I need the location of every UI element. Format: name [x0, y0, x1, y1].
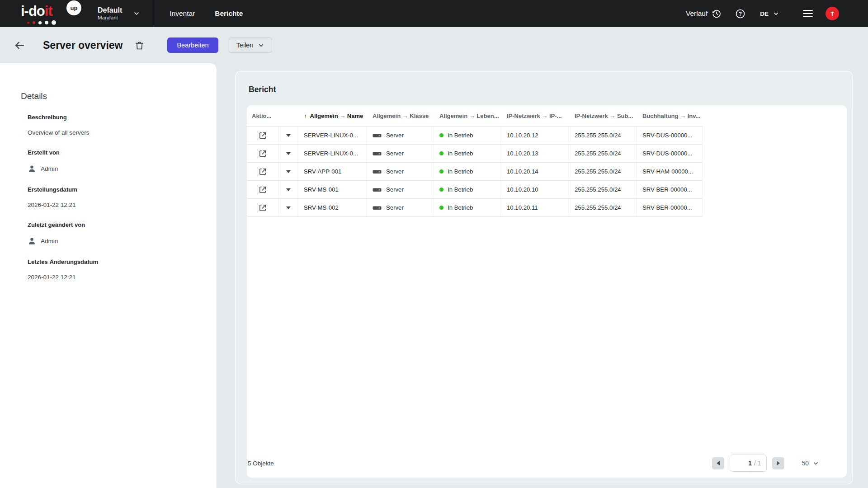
chevron-down-icon	[258, 42, 264, 49]
caret-down-icon	[286, 134, 291, 137]
object-count: 5 Objekte	[248, 460, 274, 467]
history-icon	[712, 9, 722, 19]
row-actions-dropdown[interactable]	[279, 199, 298, 216]
row-actions-dropdown[interactable]	[279, 163, 298, 180]
chevron-down-icon	[133, 10, 140, 17]
main-navigation: InventarBerichte	[170, 9, 243, 18]
section-value: Overview of all servers	[28, 129, 203, 136]
external-link-icon	[258, 149, 267, 158]
logo-dots	[27, 20, 56, 25]
caret-down-icon	[286, 206, 291, 209]
menu-button[interactable]	[803, 10, 813, 18]
row-actions-dropdown[interactable]	[279, 181, 298, 198]
cell-class: Server	[367, 145, 434, 162]
cell-subnet: 255.255.255.0/24	[569, 181, 637, 198]
server-icon	[373, 149, 382, 158]
external-link-icon	[258, 203, 267, 212]
section-value-text: 2026-01-22 12:21	[28, 274, 76, 281]
edit-button[interactable]: Bearbeiten	[167, 38, 218, 53]
report-table: Aktio... ↑ Allgemein → Name Allgemein → …	[247, 105, 703, 217]
cell-class: Server	[367, 199, 434, 216]
section-value-text: Admin	[41, 165, 58, 172]
share-label: Teilen	[236, 42, 254, 49]
total-pages: / 1	[754, 460, 761, 467]
table-body: SERVER-LINUX-0... Server In Betrieb 10.1…	[247, 127, 703, 217]
column-header[interactable]: ↑ Allgemein → Name	[298, 105, 367, 126]
logo-wordmark: i-doit	[21, 3, 52, 19]
row-actions-dropdown[interactable]	[279, 145, 298, 162]
share-button[interactable]: Teilen	[229, 38, 273, 53]
previous-page-button[interactable]	[712, 457, 724, 469]
i-doit-logo[interactable]: i-doit up	[21, 1, 79, 26]
row-actions-dropdown[interactable]	[279, 127, 298, 144]
caret-down-icon	[286, 188, 291, 191]
open-object-button[interactable]	[247, 145, 279, 162]
open-object-button[interactable]	[247, 181, 279, 198]
cell-class: Server	[367, 163, 434, 180]
status-dot	[439, 206, 443, 210]
column-header[interactable]: Allgemein → Klasse	[367, 105, 434, 126]
column-header[interactable]: IP-Netzwerk → IP-...	[501, 105, 569, 126]
section-label: Zuletzt geändert von	[28, 221, 203, 228]
history-button[interactable]: Verlauf	[686, 9, 722, 19]
status-dot	[439, 169, 443, 174]
column-header[interactable]: IP-Netzwerk → Sub...	[569, 105, 637, 126]
navbar-divider	[154, 0, 154, 27]
section-value-text: Admin	[41, 238, 58, 244]
cell-class: Server	[367, 127, 434, 144]
tenant-name: Default	[98, 6, 122, 14]
open-object-button[interactable]	[247, 127, 279, 144]
section-value-text: 2026-01-22 12:21	[28, 202, 76, 208]
section-value: Admin	[28, 164, 203, 173]
cell-subnet: 255.255.255.0/24	[569, 199, 637, 216]
user-icon	[28, 237, 36, 245]
cell-name: SRV-MS-002	[298, 199, 367, 216]
column-header[interactable]: Buchhaltung → Inv...	[637, 105, 703, 126]
cell-subnet: 255.255.255.0/24	[569, 163, 637, 180]
top-navbar: i-doit up Default Mandant InventarBerich…	[0, 0, 868, 27]
open-object-button[interactable]	[247, 199, 279, 216]
page-size-selector[interactable]: 50	[802, 460, 819, 467]
sidebar-section: Zuletzt geändert von Admin	[28, 221, 203, 245]
external-link-icon	[258, 131, 267, 140]
table-row: SRV-MS-001 Server In Betrieb 10.10.20.10…	[247, 181, 703, 199]
language-selector[interactable]: DE	[760, 10, 779, 17]
server-icon	[373, 131, 382, 140]
page-indicator[interactable]: 1 / 1	[730, 455, 767, 472]
section-label: Erstellt von	[28, 149, 203, 156]
cell-inventory-number: SRV-HAM-00000...	[637, 163, 703, 180]
arrow-left-icon	[717, 461, 720, 465]
section-value: Admin	[28, 237, 203, 245]
server-icon	[373, 185, 382, 194]
report-title: Bericht	[249, 85, 276, 94]
cell-ip-address: 10.10.20.13	[501, 145, 569, 162]
delete-report-button[interactable]	[134, 40, 145, 51]
cell-lifecycle: In Betrieb	[434, 199, 501, 216]
section-label: Letztes Änderungsdatum	[28, 258, 203, 265]
sidebar-section: Erstellt von Admin	[28, 149, 203, 173]
column-header[interactable]: Aktio...	[247, 105, 279, 126]
chevron-down-icon	[773, 10, 779, 17]
next-page-button[interactable]	[772, 457, 784, 469]
user-icon	[28, 164, 36, 173]
svg-text:?: ?	[739, 10, 742, 17]
column-header[interactable]: Allgemein → Leben...	[434, 105, 501, 126]
cell-ip-address: 10.10.20.10	[501, 181, 569, 198]
cell-name: SRV-APP-001	[298, 163, 367, 180]
report-panel: Aktio... ↑ Allgemein → Name Allgemein → …	[247, 105, 847, 478]
nav-item-inventar[interactable]: Inventar	[170, 9, 195, 18]
help-button[interactable]: ?	[735, 9, 745, 19]
table-row: SRV-APP-001 Server In Betrieb 10.10.20.1…	[247, 163, 703, 181]
nav-item-berichte[interactable]: Berichte	[215, 9, 243, 18]
cell-class: Server	[367, 181, 434, 198]
open-object-button[interactable]	[247, 163, 279, 180]
user-avatar[interactable]: T	[826, 7, 839, 20]
history-label: Verlauf	[686, 9, 708, 18]
back-button[interactable]	[14, 39, 26, 52]
column-header[interactable]	[279, 105, 298, 126]
cell-lifecycle: In Betrieb	[434, 127, 501, 144]
tenant-switcher[interactable]: Default Mandant	[98, 6, 140, 21]
cell-inventory-number: SRV-BER-00000...	[637, 181, 703, 198]
pagination: 1 / 1 50	[712, 455, 819, 472]
cell-subnet: 255.255.255.0/24	[569, 145, 637, 162]
